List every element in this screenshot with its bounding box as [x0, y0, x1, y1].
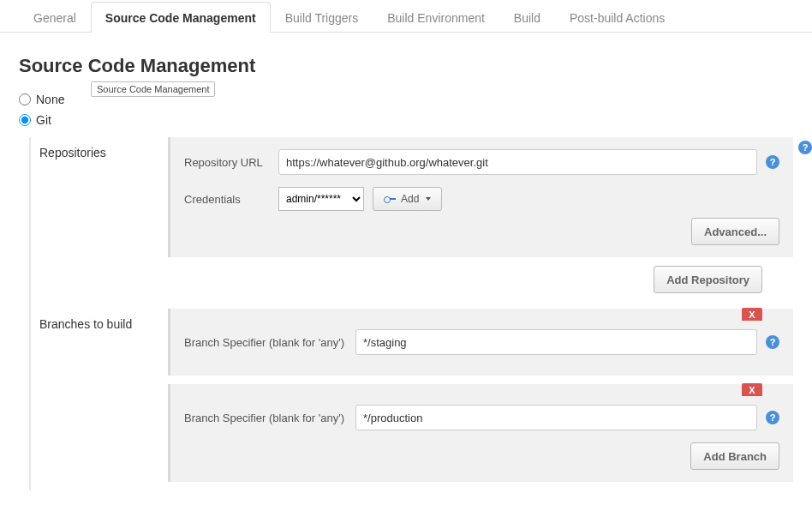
repository-card: Repository URL ? Credentials admin/*****…	[168, 137, 793, 257]
branch-specifier-label: Branch Specifier (blank for 'any')	[184, 412, 355, 424]
help-icon[interactable]: ?	[798, 141, 812, 154]
help-icon[interactable]: ?	[766, 155, 779, 169]
delete-branch-button[interactable]: X	[742, 383, 762, 396]
help-icon[interactable]: ?	[766, 335, 779, 349]
tab-scm[interactable]: Source Code Management	[91, 2, 271, 33]
branch-specifier-label: Branch Specifier (blank for 'any')	[184, 336, 355, 349]
tab-build-environment[interactable]: Build Environment	[373, 2, 499, 33]
scm-none-label: None	[36, 93, 64, 106]
credentials-label: Credentials	[184, 193, 278, 206]
tab-build[interactable]: Build	[499, 2, 555, 33]
scm-git-radio[interactable]	[19, 114, 31, 126]
key-icon	[384, 195, 396, 202]
add-branch-button[interactable]: Add Branch	[690, 442, 779, 470]
repo-url-input[interactable]	[278, 149, 757, 175]
branch-specifier-input[interactable]	[355, 329, 757, 355]
section-title: Source Code Management	[19, 55, 793, 77]
scm-tooltip: Source Code Management	[91, 81, 215, 97]
git-config-panel: Repositories ? Repository URL ? Credenti…	[29, 137, 793, 490]
config-tabs: General Source Code Management Build Tri…	[0, 0, 812, 33]
advanced-button[interactable]: Advanced...	[691, 218, 779, 245]
repo-url-label: Repository URL	[184, 156, 278, 169]
branches-group-label: Branches to build	[31, 309, 168, 490]
delete-branch-button[interactable]: X	[742, 308, 762, 321]
add-cred-label: Add	[401, 193, 419, 205]
branch-card: X Branch Specifier (blank for 'any') ? A…	[168, 384, 793, 482]
tab-build-triggers[interactable]: Build Triggers	[271, 2, 373, 33]
scm-none-radio[interactable]	[19, 93, 31, 105]
credentials-select[interactable]: admin/******	[278, 187, 364, 211]
add-repository-button[interactable]: Add Repository	[654, 266, 762, 293]
scm-git-label: Git	[36, 113, 51, 127]
tab-general[interactable]: General	[19, 2, 91, 33]
add-credentials-button[interactable]: Add	[373, 187, 442, 211]
chevron-down-icon	[426, 197, 431, 201]
branch-specifier-input[interactable]	[355, 405, 757, 430]
tab-post-build[interactable]: Post-build Actions	[555, 2, 679, 33]
help-icon[interactable]: ?	[766, 411, 779, 424]
repositories-group-label: Repositories	[31, 137, 168, 293]
branch-card: X Branch Specifier (blank for 'any') ?	[168, 309, 793, 376]
